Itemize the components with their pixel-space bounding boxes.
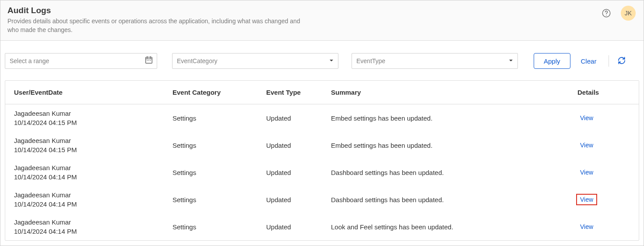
cell-category: Settings [164,132,257,159]
cell-type: Updated [257,159,322,186]
col-header-user: User/EventDate [5,81,164,104]
header-actions: JK [602,6,636,21]
cell-summary: Look and Feel settings has been updated. [322,213,577,240]
help-icon[interactable] [602,8,611,18]
audit-log-table: User/EventDate Event Category Event Type… [5,80,639,241]
cell-category: Settings [164,104,257,132]
page-description: Provides details about specific events o… [7,17,305,34]
cell-user: Jagadeesan Kumar10/14/2024 04:15 PM [5,104,164,132]
user-name: Jagadeesan Kumar [14,191,164,199]
event-category-select[interactable]: EventCategory [172,53,338,69]
event-date: 10/14/2024 04:14 PM [14,200,164,208]
view-details-link[interactable]: View [577,168,596,177]
table-row: Jagadeesan Kumar10/14/2024 04:14 PMSetti… [5,213,639,240]
event-type-select[interactable]: EventType [352,53,518,69]
table-row: Jagadeesan Kumar10/14/2024 04:14 PMSetti… [5,159,639,186]
table-row: Jagadeesan Kumar10/14/2024 04:15 PMSetti… [5,104,639,132]
event-date: 10/14/2024 04:15 PM [14,119,164,126]
col-header-type: Event Type [257,81,322,104]
filter-bar: EventCategory EventType Apply Clear [0,41,644,80]
refresh-button[interactable] [614,53,629,68]
event-category-dropdown[interactable]: EventCategory [172,53,338,69]
cell-user: Jagadeesan Kumar10/14/2024 04:14 PM [5,159,164,186]
cell-type: Updated [257,104,322,132]
date-range-input[interactable] [5,53,157,69]
cell-type: Updated [257,213,322,240]
cell-summary: Dashboard settings has been updated. [322,186,577,213]
cell-category: Settings [164,159,257,186]
cell-category: Settings [164,213,257,240]
date-range-picker[interactable] [5,53,157,69]
view-details-link[interactable]: View [577,114,596,122]
event-type-dropdown[interactable]: EventType [352,53,518,69]
refresh-icon [617,56,626,66]
cell-user: Jagadeesan Kumar10/14/2024 04:15 PM [5,132,164,159]
cell-details: View [577,104,639,132]
event-date: 10/14/2024 04:15 PM [14,146,164,153]
col-header-summary: Summary [322,81,577,104]
col-header-category: Event Category [164,81,257,104]
user-name: Jagadeesan Kumar [14,137,164,144]
header-text-block: Audit Logs Provides details about specif… [7,6,602,34]
view-details-link[interactable]: View [577,222,596,231]
user-name: Jagadeesan Kumar [14,110,164,117]
clear-button[interactable]: Clear [574,53,604,69]
cell-details: View [577,132,639,159]
cell-summary: Embed settings has been updated. [322,132,577,159]
page-title: Audit Logs [7,6,602,15]
cell-details: View [577,186,639,213]
cell-summary: Dashboard settings has been updated. [322,159,577,186]
view-details-link[interactable]: View [577,141,596,150]
cell-category: Settings [164,186,257,213]
cell-user: Jagadeesan Kumar10/14/2024 04:14 PM [5,186,164,213]
view-details-link[interactable]: View [577,195,596,204]
svg-point-1 [606,15,607,16]
avatar[interactable]: JK [621,6,636,21]
cell-type: Updated [257,132,322,159]
cell-details: View [577,159,639,186]
col-header-details: Details [577,81,639,104]
user-name: Jagadeesan Kumar [14,164,164,171]
table-row: Jagadeesan Kumar10/14/2024 04:14 PMSetti… [5,186,639,213]
page-header: Audit Logs Provides details about specif… [0,0,644,41]
cell-summary: Embed settings has been updated. [322,104,577,132]
vertical-separator [609,55,609,67]
event-date: 10/14/2024 04:14 PM [14,173,164,181]
table-row: Jagadeesan Kumar10/14/2024 04:15 PMSetti… [5,132,639,159]
event-date: 10/14/2024 04:14 PM [14,228,164,235]
cell-details: View [577,213,639,240]
table-header-row: User/EventDate Event Category Event Type… [5,81,639,104]
cell-type: Updated [257,186,322,213]
cell-user: Jagadeesan Kumar10/14/2024 04:14 PM [5,213,164,240]
user-name: Jagadeesan Kumar [14,218,164,226]
apply-button[interactable]: Apply [534,53,570,69]
